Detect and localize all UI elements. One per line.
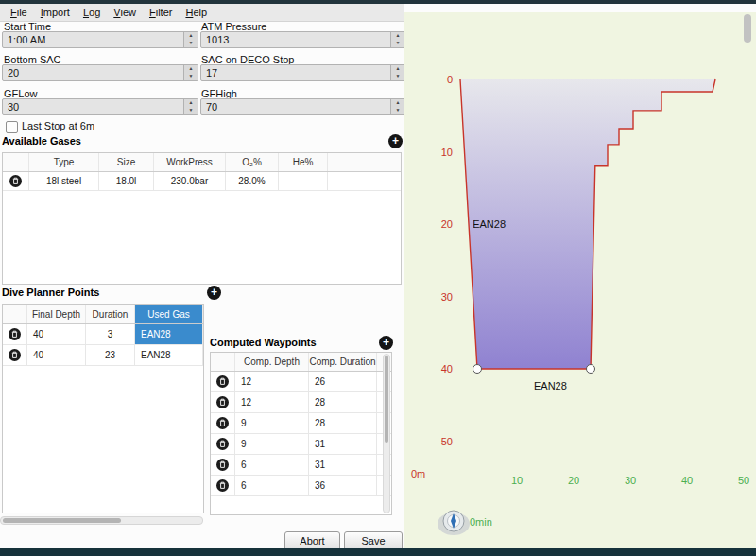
scrollbar-thumb[interactable]: [3, 518, 121, 523]
gas-label: EAN28: [534, 380, 567, 391]
spin-up-icon[interactable]: ▲: [391, 32, 404, 40]
atm-pressure-field[interactable]: 1013 ▲▼: [200, 31, 405, 48]
gas-size[interactable]: 18.0l: [99, 172, 154, 190]
waypoint-row[interactable]: 9 28: [211, 413, 391, 434]
planner-point-handle[interactable]: [473, 365, 482, 374]
bottom-sac-spinner[interactable]: ▲▼: [183, 65, 198, 80]
waypoint-row[interactable]: 12 28: [211, 392, 391, 413]
waypoint-duration[interactable]: 36: [309, 476, 377, 495]
menu-view[interactable]: View: [107, 6, 143, 19]
spin-down-icon[interactable]: ▼: [391, 73, 404, 80]
waypoint-duration[interactable]: 28: [309, 392, 377, 412]
gas-o2[interactable]: 28.0%: [226, 172, 279, 190]
deco-sac-spinner[interactable]: ▲▼: [390, 65, 404, 80]
trash-icon[interactable]: [216, 479, 229, 492]
menu-help[interactable]: Help: [179, 6, 214, 19]
planner-duration[interactable]: 3: [86, 324, 135, 344]
last-stop-checkbox-label: Last Stop at 6m: [22, 120, 94, 131]
gas-he[interactable]: [279, 172, 328, 190]
planner-depth[interactable]: 40: [27, 324, 86, 344]
gas-col-workpress[interactable]: WorkPress: [154, 153, 226, 171]
waypoint-depth[interactable]: 9: [235, 434, 309, 454]
spin-down-icon[interactable]: ▼: [184, 73, 198, 80]
planner-row[interactable]: 40 3 EAN28: [3, 324, 203, 345]
waypoint-duration[interactable]: 31: [309, 434, 377, 454]
spin-down-icon[interactable]: ▼: [391, 107, 404, 114]
waypoint-row[interactable]: 6 31: [211, 455, 391, 476]
chart-mini-scrollbar[interactable]: [744, 14, 751, 43]
planner-col-depth[interactable]: Final Depth: [27, 305, 86, 323]
waypoint-duration[interactable]: 28: [309, 413, 377, 433]
spin-up-icon[interactable]: ▲: [184, 32, 198, 40]
planner-col-gas[interactable]: Used Gas: [135, 305, 203, 323]
spin-down-icon[interactable]: ▼: [391, 40, 404, 47]
trash-icon[interactable]: [216, 417, 229, 429]
add-waypoint-button[interactable]: +: [379, 336, 393, 350]
gas-col-type[interactable]: Type: [29, 153, 99, 171]
start-time-spinner[interactable]: ▲▼: [183, 32, 198, 47]
waypoint-col-duration[interactable]: Comp. Duration: [309, 353, 377, 371]
gfhigh-spinner[interactable]: ▲▼: [390, 99, 404, 114]
waypoint-depth[interactable]: 9: [235, 413, 309, 433]
time-ruler-icon[interactable]: [438, 511, 470, 535]
gas-col-size[interactable]: Size: [99, 153, 154, 171]
deco-sac-field[interactable]: 17 ▲▼: [200, 64, 405, 81]
atm-pressure-spinner[interactable]: ▲▼: [390, 32, 404, 47]
spin-down-icon[interactable]: ▼: [184, 107, 198, 114]
spin-up-icon[interactable]: ▲: [391, 65, 404, 73]
trash-icon[interactable]: [216, 459, 229, 471]
trash-icon[interactable]: [9, 349, 21, 361]
last-stop-checkbox[interactable]: [6, 121, 18, 133]
available-gases-table: Type Size WorkPress O₂% He% 18l steel 18…: [2, 152, 402, 285]
depth-tick-label: 10: [441, 147, 453, 158]
gas-table-row[interactable]: 18l steel 18.0l 230.0bar 28.0%: [3, 172, 401, 191]
gas-type[interactable]: 18l steel: [29, 172, 99, 190]
waypoint-row[interactable]: 9 31: [211, 434, 391, 455]
trash-icon[interactable]: [216, 396, 229, 408]
planner-point-handle[interactable]: [587, 365, 595, 374]
waypoint-row[interactable]: 6 36: [211, 476, 391, 496]
planner-row[interactable]: 40 23 EAN28: [3, 345, 203, 366]
planner-horizontal-scrollbar[interactable]: [0, 516, 203, 525]
planner-col-duration[interactable]: Duration: [86, 305, 135, 323]
waypoint-row[interactable]: 12 26: [211, 372, 391, 392]
planner-gas[interactable]: EAN28: [135, 345, 203, 365]
waypoint-depth[interactable]: 12: [235, 392, 309, 412]
trash-icon[interactable]: [9, 175, 22, 187]
waypoint-duration[interactable]: 31: [309, 455, 377, 475]
waypoint-depth[interactable]: 6: [235, 476, 309, 495]
menu-filter[interactable]: Filter: [143, 6, 179, 19]
gas-col-o2[interactable]: O₂%: [226, 153, 279, 171]
waypoint-depth[interactable]: 6: [235, 455, 309, 475]
menu-log[interactable]: Log: [77, 6, 107, 19]
planner-gas[interactable]: EAN28: [135, 324, 203, 344]
waypoints-vertical-scrollbar[interactable]: [383, 354, 390, 513]
scrollbar-thumb[interactable]: [385, 356, 388, 443]
waypoint-depth[interactable]: 12: [235, 372, 309, 391]
origin-label: 0m: [411, 468, 425, 479]
spin-up-icon[interactable]: ▲: [391, 99, 404, 107]
spin-up-icon[interactable]: ▲: [184, 99, 198, 107]
waypoint-duration[interactable]: 26: [309, 372, 377, 391]
depth-tick-label: 50: [441, 436, 453, 447]
gflow-field[interactable]: 30 ▲▼: [2, 98, 198, 115]
trash-icon[interactable]: [9, 328, 21, 340]
trash-icon[interactable]: [216, 375, 229, 388]
add-gas-button[interactable]: +: [388, 134, 403, 148]
trash-icon[interactable]: [216, 438, 229, 450]
gas-workpress[interactable]: 230.0bar: [154, 172, 226, 190]
depth-tick-label: 0: [447, 74, 453, 85]
waypoint-col-depth[interactable]: Comp. Depth: [235, 353, 309, 371]
planner-duration[interactable]: 23: [86, 345, 135, 365]
gfhigh-field[interactable]: 70 ▲▼: [200, 98, 405, 115]
spin-up-icon[interactable]: ▲: [184, 65, 198, 73]
planner-depth[interactable]: 40: [27, 345, 86, 365]
menu-file[interactable]: File: [4, 6, 34, 19]
menu-import[interactable]: Import: [34, 6, 77, 19]
gas-col-he[interactable]: He%: [279, 153, 328, 171]
start-time-field[interactable]: 1:00 AM ▲▼: [2, 31, 198, 48]
add-planner-point-button[interactable]: +: [207, 286, 221, 300]
gflow-spinner[interactable]: ▲▼: [183, 99, 198, 114]
spin-down-icon[interactable]: ▼: [184, 40, 198, 47]
bottom-sac-field[interactable]: 20 ▲▼: [2, 64, 198, 81]
